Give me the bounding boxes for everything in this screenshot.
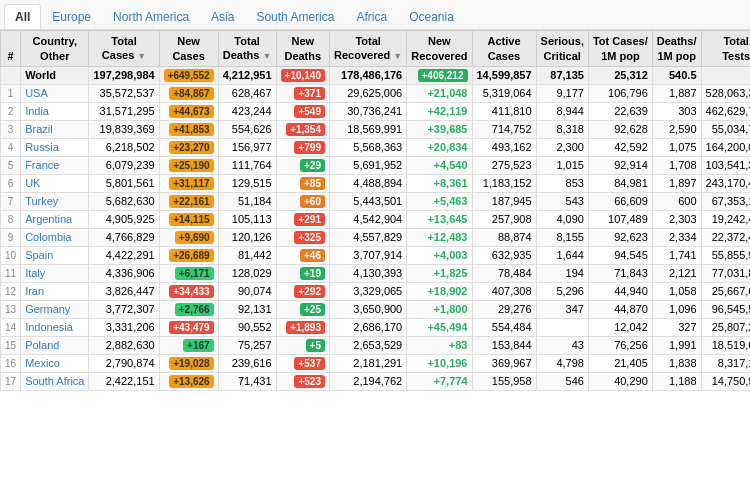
row-country[interactable]: Germany — [21, 300, 89, 318]
row-country[interactable]: Spain — [21, 246, 89, 264]
region-tab-south-america[interactable]: South America — [245, 4, 345, 29]
country-link[interactable]: Poland — [25, 339, 59, 351]
row-rank: 8 — [1, 210, 21, 228]
table-row: 13 Germany 3,772,307 +2,766 92,131 +25 3… — [1, 300, 751, 318]
row-cases-per-1m: 92,623 — [588, 228, 652, 246]
region-tab-all[interactable]: All — [4, 4, 41, 29]
country-link[interactable]: India — [25, 105, 49, 117]
row-new-cases: +6,171 — [159, 264, 218, 282]
row-deaths-per-1m: 1,838 — [652, 354, 701, 372]
col-cases-per-1m[interactable]: Tot Cases/1M pop — [588, 31, 652, 67]
row-country[interactable]: Mexico — [21, 354, 89, 372]
row-new-deaths: +1,354 — [276, 120, 329, 138]
country-link[interactable]: Spain — [25, 249, 53, 261]
row-country[interactable]: Iran — [21, 282, 89, 300]
region-tab-europe[interactable]: Europe — [41, 4, 102, 29]
country-link[interactable]: Indonesia — [25, 321, 73, 333]
row-total-cases: 3,826,447 — [89, 282, 159, 300]
row-new-cases: +9,690 — [159, 228, 218, 246]
country-link[interactable]: Argentina — [25, 213, 72, 225]
world-serious: 87,135 — [536, 66, 588, 84]
world-rank — [1, 66, 21, 84]
row-serious: 347 — [536, 300, 588, 318]
row-country[interactable]: Russia — [21, 138, 89, 156]
row-total-cases: 6,218,502 — [89, 138, 159, 156]
row-rank: 6 — [1, 174, 21, 192]
col-new-cases[interactable]: NewCases — [159, 31, 218, 67]
region-tab-asia[interactable]: Asia — [200, 4, 245, 29]
row-country[interactable]: Italy — [21, 264, 89, 282]
row-active-cases: 714,752 — [472, 120, 536, 138]
country-link[interactable]: Turkey — [25, 195, 58, 207]
col-total-deaths[interactable]: TotalDeaths ▼ — [218, 31, 276, 67]
country-link[interactable]: France — [25, 159, 59, 171]
col-new-recovered[interactable]: NewRecovered — [407, 31, 472, 67]
row-deaths-per-1m: 2,303 — [652, 210, 701, 228]
col-country[interactable]: Country,Other — [21, 31, 89, 67]
row-total-tests: 8,317,170 — [701, 354, 750, 372]
col-rank[interactable]: # — [1, 31, 21, 67]
row-country[interactable]: Indonesia — [21, 318, 89, 336]
row-total-tests: 96,545,568 — [701, 300, 750, 318]
row-country[interactable]: USA — [21, 84, 89, 102]
country-link[interactable]: Russia — [25, 141, 59, 153]
country-link[interactable]: South Africa — [25, 375, 84, 387]
country-link[interactable]: USA — [25, 87, 48, 99]
row-serious: 5,296 — [536, 282, 588, 300]
row-serious: 9,177 — [536, 84, 588, 102]
row-serious — [536, 318, 588, 336]
row-total-tests: 18,519,688 — [701, 336, 750, 354]
row-cases-per-1m: 44,870 — [588, 300, 652, 318]
row-new-deaths: +537 — [276, 354, 329, 372]
col-total-recovered[interactable]: TotalRecovered ▼ — [330, 31, 407, 67]
row-country[interactable]: Turkey — [21, 192, 89, 210]
country-link[interactable]: Italy — [25, 267, 45, 279]
row-country[interactable]: Colombia — [21, 228, 89, 246]
table-row: 4 Russia 6,218,502 +23,270 156,977 +799 … — [1, 138, 751, 156]
row-serious: 2,300 — [536, 138, 588, 156]
world-active-cases: 14,599,857 — [472, 66, 536, 84]
row-serious: 4,090 — [536, 210, 588, 228]
country-link[interactable]: Brazil — [25, 123, 53, 135]
table-row: 17 South Africa 2,422,151 +13,626 71,431… — [1, 372, 751, 390]
row-new-deaths: +46 — [276, 246, 329, 264]
country-link[interactable]: Germany — [25, 303, 70, 315]
country-link[interactable]: Colombia — [25, 231, 71, 243]
region-tab-africa[interactable]: Africa — [345, 4, 398, 29]
col-total-tests[interactable]: TotalTests — [701, 31, 750, 67]
region-tab-north-america[interactable]: North America — [102, 4, 200, 29]
row-total-recovered: 4,130,393 — [330, 264, 407, 282]
row-total-tests: 25,667,604 — [701, 282, 750, 300]
row-total-recovered: 4,557,829 — [330, 228, 407, 246]
row-rank: 1 — [1, 84, 21, 102]
row-active-cases: 407,308 — [472, 282, 536, 300]
col-serious[interactable]: Serious,Critical — [536, 31, 588, 67]
row-country[interactable]: UK — [21, 174, 89, 192]
row-serious: 853 — [536, 174, 588, 192]
row-rank: 2 — [1, 102, 21, 120]
row-total-tests: 55,855,941 — [701, 246, 750, 264]
row-rank: 13 — [1, 300, 21, 318]
region-tab-oceania[interactable]: Oceania — [398, 4, 465, 29]
row-deaths-per-1m: 1,991 — [652, 336, 701, 354]
table-row: 16 Mexico 2,790,874 +19,028 239,616 +537… — [1, 354, 751, 372]
row-cases-per-1m: 94,545 — [588, 246, 652, 264]
col-deaths-per-1m[interactable]: Deaths/1M pop — [652, 31, 701, 67]
row-rank: 10 — [1, 246, 21, 264]
row-country[interactable]: India — [21, 102, 89, 120]
col-new-deaths[interactable]: NewDeaths — [276, 31, 329, 67]
row-serious: 1,644 — [536, 246, 588, 264]
col-total-cases[interactable]: TotalCases ▼ — [89, 31, 159, 67]
country-link[interactable]: Mexico — [25, 357, 60, 369]
country-link[interactable]: UK — [25, 177, 40, 189]
row-country[interactable]: South Africa — [21, 372, 89, 390]
row-country[interactable]: Brazil — [21, 120, 89, 138]
row-country[interactable]: France — [21, 156, 89, 174]
world-country: World — [21, 66, 89, 84]
row-new-recovered: +1,800 — [407, 300, 472, 318]
row-new-recovered: +20,834 — [407, 138, 472, 156]
row-country[interactable]: Poland — [21, 336, 89, 354]
row-country[interactable]: Argentina — [21, 210, 89, 228]
country-link[interactable]: Iran — [25, 285, 44, 297]
col-active-cases[interactable]: ActiveCases — [472, 31, 536, 67]
